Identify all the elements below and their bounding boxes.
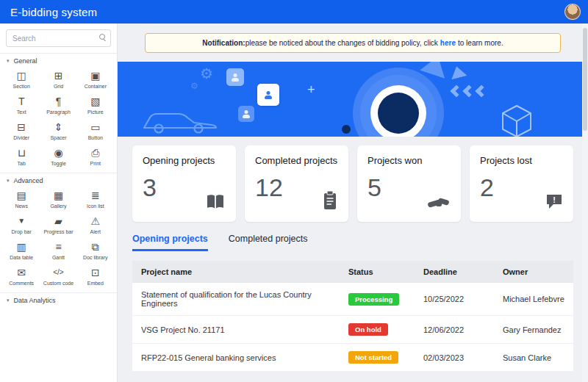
table-row[interactable]: Statement of qualification for the Lucas…: [132, 283, 573, 316]
widget-gantt[interactable]: ≡Gantt: [40, 241, 76, 260]
table-row[interactable]: VSG Project No. 21171 On hold 12/06/2022…: [132, 316, 573, 344]
widget-grid-advanced: ▤News ▦Gallery ≣Icon list ▼Drop bar ▰Pro…: [0, 187, 117, 292]
notification-link[interactable]: here: [440, 39, 456, 47]
user-card-icon: [238, 106, 254, 122]
widget-news[interactable]: ▤News: [3, 190, 40, 209]
widget-drop-bar[interactable]: ▼Drop bar: [3, 215, 40, 234]
cell-deadline: 12/06/2022: [415, 316, 494, 344]
widget-container[interactable]: ▣Container: [77, 70, 114, 89]
widget-picture[interactable]: ▧Picture: [77, 96, 114, 115]
drop-bar-icon: ▼: [18, 215, 25, 227]
doc-library-icon: ⧉: [92, 241, 99, 253]
widget-embed[interactable]: ⊡Embed: [77, 267, 114, 286]
widget-label: Drop bar: [12, 229, 32, 234]
grid-icon: ⊞: [54, 70, 63, 82]
widget-label: Progress bar: [43, 229, 73, 234]
triangle-graphic: [420, 62, 451, 79]
widget-label: Tab: [18, 161, 26, 166]
widget-label: Paragraph: [46, 109, 71, 115]
status-badge: Processing: [348, 293, 399, 306]
tab-opening-projects[interactable]: Opening projects: [132, 234, 208, 251]
cell-project: VSG Project No. 21171: [132, 316, 340, 344]
gear-icon: ⚙: [190, 81, 198, 91]
user-avatar[interactable]: [564, 4, 581, 20]
notification-text: please be noticed about the changes of b…: [245, 39, 438, 47]
stat-title: Opening projects: [143, 155, 226, 166]
sidebar-section-data-analytics[interactable]: ▾ Data Analytics: [0, 292, 117, 307]
scrollbar-track: [582, 24, 588, 382]
widget-label: Divider: [13, 135, 29, 140]
widget-print[interactable]: ⎙Print: [77, 147, 114, 166]
tab-completed-projects[interactable]: Completed projects: [229, 234, 308, 251]
section-icon: ◫: [17, 70, 26, 82]
app-window: E-bidding system ▾ General ◫Section ⊞Gri…: [0, 0, 588, 382]
stat-title: Projects won: [368, 155, 451, 166]
sidebar: ▾ General ◫Section ⊞Grid ▣Container TTex…: [0, 24, 118, 382]
status-badge: On hold: [348, 323, 388, 336]
section-label: Advanced: [14, 177, 43, 184]
widget-gallery[interactable]: ▦Gallery: [40, 190, 76, 209]
widget-grid[interactable]: ⊞Grid: [40, 70, 76, 89]
notification-prefix: Notification:: [202, 39, 245, 47]
widget-comments[interactable]: ✉Comments: [3, 267, 40, 286]
search-box: [6, 29, 111, 47]
widget-paragraph[interactable]: ¶Paragraph: [40, 96, 76, 115]
car-icon: [140, 107, 222, 135]
widget-tab[interactable]: ⊔Tab: [3, 147, 40, 166]
widget-divider[interactable]: ⊟Divider: [3, 121, 40, 140]
widget-text[interactable]: TText: [3, 96, 40, 115]
plus-icon: +: [307, 82, 315, 98]
svg-text:!: !: [553, 195, 556, 204]
gallery-icon: ▦: [54, 190, 63, 201]
paragraph-icon: ¶: [56, 96, 62, 107]
handshake-icon: [427, 195, 451, 210]
widget-label: Toggle: [51, 161, 66, 166]
divider-icon: ⊟: [17, 121, 26, 133]
cell-project: Statement of qualification for the Lucas…: [132, 283, 340, 316]
gear-icon: ⚙: [200, 65, 213, 82]
news-icon: ▤: [17, 190, 26, 201]
notification-banner: Notification: please be noticed about th…: [145, 33, 561, 53]
widget-label: Gallery: [50, 203, 66, 209]
scrollbar-thumb[interactable]: [583, 28, 587, 131]
toggle-icon: ◉: [54, 147, 62, 159]
text-icon: T: [18, 96, 25, 107]
col-deadline: Deadline: [415, 261, 494, 283]
widget-label: Button: [88, 135, 103, 140]
widget-data-table[interactable]: ▥Data table: [3, 241, 40, 260]
notification-suffix: to learn more.: [458, 39, 503, 47]
widget-section[interactable]: ◫Section: [3, 70, 40, 89]
col-project-name: Project name: [132, 261, 340, 283]
dot-graphic: [342, 125, 351, 134]
widget-toggle[interactable]: ◉Toggle: [40, 147, 76, 166]
widget-doc-library[interactable]: ⧉Doc library: [77, 241, 114, 260]
widget-label: Section: [12, 84, 29, 89]
gantt-icon: ≡: [55, 241, 61, 253]
report-icon: !: [545, 192, 563, 210]
icon-list-icon: ≣: [91, 190, 100, 201]
button-icon: ▭: [90, 121, 100, 133]
widget-label: Embed: [87, 281, 104, 286]
widget-icon-list[interactable]: ≣Icon list: [77, 190, 114, 209]
widget-progress-bar[interactable]: ▰Progress bar: [40, 215, 76, 234]
section-label: Data Analytics: [14, 297, 56, 304]
chevrons-left-icon: [452, 85, 490, 98]
target-circle-graphic: [360, 75, 437, 137]
widget-label: Comments: [9, 281, 34, 286]
widget-alert[interactable]: ⚠Alert: [77, 215, 114, 234]
search-input[interactable]: [6, 29, 111, 47]
tab-icon: ⊔: [18, 147, 26, 159]
table-row[interactable]: RFP22-015 General banking services Not s…: [132, 344, 573, 372]
widget-custom-code[interactable]: </>Custom code: [40, 267, 76, 286]
sidebar-section-general[interactable]: ▾ General: [0, 53, 117, 68]
sidebar-section-advanced[interactable]: ▾ Advanced: [0, 173, 117, 187]
data-table-icon: ▥: [17, 241, 26, 253]
widget-label: Grid: [54, 84, 63, 89]
widget-label: Picture: [87, 109, 104, 115]
widget-label: Doc library: [83, 255, 107, 260]
widget-spacer[interactable]: ⇕Spacer: [40, 121, 76, 140]
widget-button[interactable]: ▭Button: [77, 121, 114, 140]
widget-label: Custom code: [43, 281, 74, 286]
cell-owner: Susan Clarke: [494, 344, 573, 372]
widget-label: Data table: [10, 255, 33, 260]
